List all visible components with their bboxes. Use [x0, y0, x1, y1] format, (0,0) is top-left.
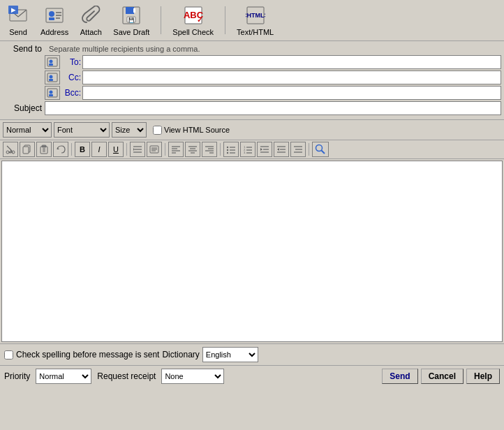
svg-text:💾: 💾 [128, 17, 135, 23]
svg-line-82 [322, 151, 325, 154]
svg-point-81 [316, 145, 323, 151]
receipt-select[interactable]: None On Read On Delivery [161, 369, 224, 384]
svg-rect-10 [126, 7, 134, 14]
underline-button[interactable]: U [108, 142, 124, 157]
align-center-button[interactable] [185, 142, 200, 157]
dictionary-select[interactable]: English French German Spanish [202, 347, 258, 362]
to-input[interactable] [82, 55, 501, 69]
cc-row: Cc: [0, 71, 504, 84]
view-html-checkbox[interactable] [153, 126, 162, 135]
svg-rect-24 [49, 79, 53, 81]
copy-button[interactable] [20, 142, 35, 157]
message-body[interactable] [1, 161, 503, 342]
toolbar-sep-1 [161, 6, 161, 34]
cancel-button[interactable]: Cancel [421, 369, 464, 384]
fmt-sep-3 [165, 143, 165, 156]
send-button[interactable]: ▶ Send [4, 3, 32, 38]
text-html-icon: <HTML> [244, 4, 267, 27]
remove-format-button[interactable] [290, 142, 306, 157]
svg-text:▶: ▶ [11, 7, 16, 13]
svg-text:✓: ✓ [197, 16, 202, 24]
bcc-input[interactable] [82, 86, 501, 100]
svg-point-20 [50, 60, 53, 64]
svg-rect-31 [23, 147, 29, 154]
fmt-sep-4 [220, 143, 221, 156]
decrease-indent-button[interactable] [274, 142, 289, 157]
spell-check-area: Check spelling before message is sent Di… [4, 347, 258, 362]
send-icon: ▶ [7, 4, 29, 27]
cc-input[interactable] [82, 71, 501, 84]
style-select[interactable]: Normal Heading 1 Heading 2 Heading 3 Pre… [3, 122, 52, 138]
header-form: Send to Separate multiple recipients usi… [0, 41, 504, 119]
save-draft-button[interactable]: 💾 Save Draft [110, 3, 152, 38]
svg-point-60 [227, 149, 228, 151]
spell-check-icon: ABC ✓ [182, 4, 205, 27]
svg-rect-21 [49, 64, 53, 66]
ordered-list-button[interactable]: 1.2.3. [240, 142, 255, 157]
size-select[interactable]: Size 81012 141824 [112, 122, 147, 138]
text-html-label: Text/HTML [237, 28, 274, 36]
cc-addr-button[interactable] [45, 71, 60, 84]
increase-indent-button[interactable] [257, 142, 272, 157]
indent-left-button[interactable] [130, 142, 145, 157]
send-label: Send [9, 28, 27, 36]
text-format-button[interactable] [147, 142, 162, 157]
status-bar: Priority Normal High Low Request receipt… [0, 365, 504, 387]
send-to-label: Send to [3, 44, 45, 54]
font-select[interactable]: Font Arial Times New Roman Courier New [54, 122, 110, 138]
view-html-label[interactable]: View HTML Source [153, 126, 230, 135]
receipt-label: Request receipt [97, 371, 156, 381]
subject-input[interactable] [45, 101, 501, 115]
fmt-sep-1 [71, 143, 72, 156]
unordered-list-button[interactable] [223, 142, 239, 157]
svg-point-58 [227, 147, 228, 148]
undo-button[interactable] [53, 142, 68, 157]
italic-button[interactable]: I [91, 142, 107, 157]
status-left: Priority Normal High Low Request receipt… [4, 369, 224, 384]
to-addr-button[interactable] [45, 55, 60, 69]
format-toolbar-1: Normal Heading 1 Heading 2 Heading 3 Pre… [0, 119, 504, 140]
save-draft-icon: 💾 [120, 4, 142, 27]
attach-button[interactable]: Attach [77, 3, 105, 38]
fmt-sep-2 [126, 143, 127, 156]
svg-marker-77 [277, 148, 279, 151]
save-draft-label: Save Draft [113, 28, 149, 36]
to-row: To: [0, 55, 504, 69]
svg-marker-73 [260, 148, 262, 151]
svg-point-28 [6, 151, 9, 154]
address-button[interactable]: Address [38, 3, 71, 38]
svg-text:3.: 3. [244, 151, 246, 154]
address-label: Address [40, 28, 68, 36]
bcc-addr-button[interactable] [45, 86, 60, 100]
paste-button[interactable] [36, 142, 52, 157]
attach-label: Attach [80, 28, 102, 36]
subject-row: Subject [0, 101, 504, 115]
svg-point-4 [49, 11, 54, 17]
align-left-button[interactable] [168, 142, 184, 157]
bold-button[interactable]: B [75, 142, 90, 157]
svg-point-23 [50, 75, 53, 79]
svg-rect-27 [49, 94, 53, 96]
find-button[interactable] [312, 142, 329, 157]
spell-check-checkbox[interactable] [4, 350, 13, 359]
text-html-button[interactable]: <HTML> Text/HTML [234, 3, 276, 38]
svg-rect-12 [133, 8, 135, 13]
cc-label: Cc: [61, 73, 82, 82]
view-html-text: View HTML Source [164, 126, 230, 134]
dictionary-label: Dictionary [162, 350, 199, 359]
spell-check-text: Check spelling before message is sent [16, 350, 159, 359]
cut-button[interactable] [3, 142, 18, 157]
align-right-button[interactable] [202, 142, 217, 157]
svg-rect-5 [49, 17, 54, 20]
svg-point-62 [227, 152, 228, 154]
priority-select[interactable]: Normal High Low [36, 369, 91, 384]
bcc-row: Bcc: [0, 86, 504, 100]
send-bottom-button[interactable]: Send [382, 369, 417, 384]
spell-check-button[interactable]: ABC ✓ Spell Check [170, 3, 216, 38]
address-icon [43, 4, 66, 27]
status-right: Send Cancel Help [382, 369, 500, 384]
help-button[interactable]: Help [466, 369, 500, 384]
send-to-row: Send to Separate multiple recipients usi… [0, 44, 504, 54]
spell-check-label: Spell Check [172, 28, 214, 36]
svg-text:<HTML>: <HTML> [246, 12, 265, 19]
